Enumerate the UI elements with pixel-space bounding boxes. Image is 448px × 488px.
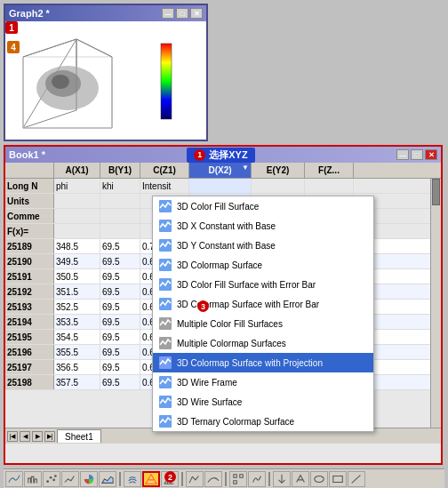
meta-header-longn: Long N [5, 179, 54, 193]
cell-b[interactable]: 69.5 [100, 284, 140, 299]
cell-a[interactable]: 349.5 [54, 254, 100, 268]
col-header-e[interactable]: E(Y2) [252, 163, 305, 178]
toolbar-btn-zoom[interactable] [229, 471, 247, 487]
toolbar-btn-area[interactable] [99, 471, 116, 487]
v-scrollbar-thumb[interactable] [432, 179, 440, 205]
bottom-toolbar [4, 468, 444, 488]
cell-b[interactable]: 69.5 [100, 330, 140, 344]
line3-icon [350, 473, 363, 485]
contour-icon [126, 473, 139, 485]
graph-minimize-btn[interactable]: — [162, 8, 174, 19]
menu-item-multiple-color-fill[interactable]: Multiple Color Fill Surfaces [153, 314, 373, 333]
toolbar-btn-rect2[interactable] [329, 471, 347, 487]
col-header-d[interactable]: D(X2) ▼ [189, 163, 252, 178]
book-minimize-btn[interactable]: — [396, 149, 409, 160]
toolbar-btn-fit[interactable] [204, 471, 222, 487]
meta-a-fx [54, 224, 100, 238]
menu-item-3d-wire-frame[interactable]: 3D Wire Frame [153, 372, 373, 392]
cell-a[interactable]: 353.5 [54, 315, 100, 329]
meta-phi: phi [54, 179, 100, 193]
menu-item-3d-colormap[interactable]: 3D Colormap Surface [153, 255, 373, 275]
cell-b[interactable]: 69.5 [100, 239, 140, 253]
tab-nav-next[interactable]: ▶ [32, 431, 43, 442]
cell-a[interactable]: 352.5 [54, 300, 100, 314]
row-header: 25198 [5, 375, 54, 389]
row-header: 25191 [5, 269, 54, 284]
menu-item-3d-x-constant[interactable]: 3D X Constant with Base [153, 216, 373, 236]
col-header-c[interactable]: C(Z1) [140, 163, 189, 178]
cell-a[interactable]: 357.5 [54, 375, 100, 389]
cell-b[interactable]: 69.5 [100, 360, 140, 374]
cell-b[interactable]: 69.5 [100, 315, 140, 329]
tab-nav-prev[interactable]: ◀ [20, 431, 30, 442]
badge-2: 2 [164, 471, 176, 483]
book-close-btn[interactable]: ✕ [425, 149, 437, 160]
toolbar-btn-text[interactable] [292, 471, 309, 487]
col-header-f[interactable]: F(Z... [305, 163, 354, 178]
svg-line-3 [23, 39, 76, 57]
menu-item-3d-colormap-proj[interactable]: 3D Colormap Surface with Projection [153, 353, 373, 372]
meta-row-longn: Long N phi khi Intensit [5, 179, 441, 194]
cell-a[interactable]: 356.5 [54, 360, 100, 374]
toolbar-btn-scatter[interactable] [43, 471, 60, 487]
col-header-a[interactable]: A(X1) [54, 163, 100, 178]
toolbar-btn-func[interactable] [248, 471, 266, 487]
cell-a[interactable]: 348.5 [54, 239, 100, 253]
oval-icon [313, 473, 325, 485]
meta-b-fx [100, 224, 140, 238]
toolbar-btn-line[interactable] [61, 471, 79, 487]
menu-item-multiple-colormap[interactable]: Multiple Colormap Surfaces [153, 333, 373, 353]
graph-window-controls: — □ ✕ [162, 8, 203, 19]
col-scroll-area [354, 163, 364, 178]
meta-intensit: Intensit [140, 179, 189, 193]
v-scrollbar[interactable] [430, 179, 441, 444]
toolbar-btn-surface3d[interactable] [142, 471, 160, 487]
bar-icon [27, 473, 39, 485]
toolbar-separator [181, 472, 183, 486]
menu-item-3d-ternary[interactable]: 3D Ternary Colormap Surface [153, 412, 373, 431]
menu-item-3d-y-constant[interactable]: 3D Y Constant with Base [153, 236, 373, 255]
toolbar-btn-contour[interactable] [124, 471, 141, 487]
toolbar-btn-stat[interactable] [186, 471, 204, 487]
cell-b[interactable]: 69.5 [100, 345, 140, 359]
row-header: 25189 [5, 239, 54, 253]
menu-item-label: 3D X Constant with Base [177, 221, 276, 231]
graph-maximize-btn[interactable]: □ [176, 8, 188, 19]
toolbar-btn-pie[interactable] [80, 471, 98, 487]
toolbar-btn-line3[interactable] [348, 471, 365, 487]
cell-b[interactable]: 69.5 [100, 300, 140, 314]
menu-item-3d-color-fill[interactable]: 3D Color Fill Surface [153, 196, 373, 216]
svg-point-27 [54, 475, 57, 477]
graph-visualization [5, 21, 201, 137]
col-header-b[interactable]: B(Y1) [100, 163, 140, 178]
menu-item-3d-wire-surface[interactable]: 3D Wire Surface [153, 392, 373, 412]
book-badge-1: 1 [194, 149, 205, 161]
cell-a[interactable]: 354.5 [54, 330, 100, 344]
tab-nav-first[interactable]: |◀ [7, 431, 18, 442]
graph-close-btn[interactable]: ✕ [190, 8, 203, 19]
tab-nav-last[interactable]: ▶| [44, 431, 55, 442]
toolbar-btn-bar[interactable] [24, 471, 42, 487]
row-header: 25192 [5, 284, 54, 299]
menu-item-3d-colormap-error[interactable]: 3D Colormap Surface with Error Bar [153, 294, 373, 314]
cell-b[interactable]: 69.5 [100, 269, 140, 284]
graph-badge-4: 4 [7, 41, 20, 53]
cell-b[interactable]: 69.5 [100, 254, 140, 268]
cell-a[interactable]: 355.5 [54, 345, 100, 359]
toolbar-btn-curve[interactable] [5, 471, 23, 487]
meta-a-units [54, 194, 100, 208]
row-header: 25190 [5, 254, 54, 268]
sheet-tab-1[interactable]: Sheet1 [57, 429, 101, 443]
cell-b[interactable]: 69.5 [100, 375, 140, 389]
column-headers: A(X1) B(Y1) C(Z1) D(X2) ▼ E(Y2) F(Z... [5, 163, 441, 179]
book-title-center: 1 选择XYZ [187, 148, 254, 163]
book-title-text: 选择XYZ [209, 148, 247, 162]
book-maximize-btn[interactable]: □ [411, 149, 423, 160]
toolbar-btn-oval[interactable] [310, 471, 328, 487]
toolbar-btn-arrow[interactable] [273, 471, 291, 487]
cell-a[interactable]: 351.5 [54, 284, 100, 299]
menu-item-3d-color-fill-error[interactable]: 3D Color Fill Surface with Error Bar [153, 275, 373, 294]
menu-item-label: Multiple Color Fill Surfaces [177, 319, 283, 329]
svg-point-26 [52, 478, 55, 481]
cell-a[interactable]: 350.5 [54, 269, 100, 284]
